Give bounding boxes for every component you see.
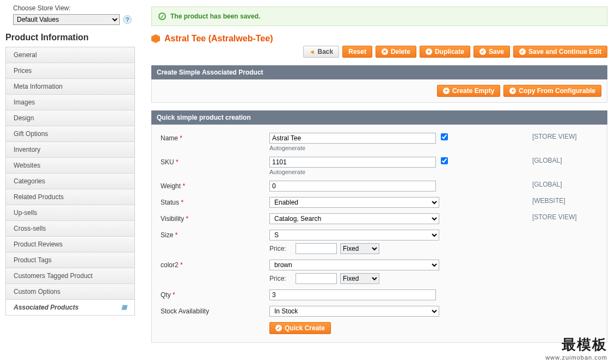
name-label: Name <box>161 134 178 142</box>
check-circle-icon: ✓ <box>519 48 526 55</box>
create-simple-panel: Create Simple Associated Product +Create… <box>151 65 607 103</box>
tab-websites[interactable]: Websites <box>6 158 134 174</box>
visibility-label: Visibility <box>161 215 184 223</box>
check-circle-icon: ✓ <box>275 325 282 331</box>
quick-create-button[interactable]: ✓Quick Create <box>269 322 331 334</box>
store-view-select[interactable]: Default Values <box>13 14 120 25</box>
tab-meta-information[interactable]: Meta Information <box>6 79 134 95</box>
name-scope: [STORE VIEW] <box>529 130 601 154</box>
duplicate-button[interactable]: +Duplicate <box>420 46 470 58</box>
weight-input[interactable] <box>269 181 436 192</box>
success-text: The product has been saved. <box>170 13 260 20</box>
name-autogen-checkbox[interactable] <box>441 133 448 140</box>
help-icon[interactable]: ? <box>123 15 132 24</box>
quick-create-title: Quick simple product creation <box>151 110 607 125</box>
visibility-select[interactable]: Catalog, Search <box>269 213 439 224</box>
stock-label: Stock Availability <box>161 307 209 315</box>
qty-label: Qty <box>161 291 171 299</box>
tab-general[interactable]: General <box>6 47 134 63</box>
create-empty-label: Create Empty <box>452 87 494 95</box>
quick-create-panel: Quick simple product creation Name * Aut… <box>151 110 607 343</box>
color2-price-input[interactable] <box>296 273 337 284</box>
status-select[interactable]: Enabled <box>269 197 439 208</box>
save-continue-button[interactable]: ✓Save and Continue Edit <box>513 46 607 58</box>
plus-icon: + <box>426 48 432 55</box>
create-simple-title: Create Simple Associated Product <box>151 65 607 79</box>
visibility-scope: [STORE VIEW] <box>529 211 601 227</box>
tab-related-products[interactable]: Related Products <box>6 189 134 205</box>
tab-custom-options[interactable]: Custom Options <box>6 284 134 300</box>
size-price-label: Price: <box>269 245 292 252</box>
tab-product-tags[interactable]: Product Tags <box>6 252 134 268</box>
size-price-type-select[interactable]: Fixed <box>340 243 379 254</box>
back-arrow-icon: ◄ <box>309 48 315 55</box>
reset-label: Reset <box>348 48 366 55</box>
quick-create-label: Quick Create <box>285 324 325 332</box>
tab-inventory[interactable]: Inventory <box>6 142 134 158</box>
tab-cross-sells[interactable]: Cross-sells <box>6 221 134 237</box>
size-select[interactable]: S <box>269 230 439 240</box>
tab-gift-options[interactable]: Gift Options <box>6 126 134 142</box>
back-label: Back <box>318 48 334 55</box>
plus-icon: + <box>443 88 450 94</box>
name-input[interactable] <box>269 133 436 144</box>
sku-label: SKU <box>161 158 174 166</box>
grid-icon: ▦ <box>121 304 127 311</box>
status-label: Status <box>161 199 179 206</box>
size-label: Size <box>161 231 173 239</box>
save-button[interactable]: ✓Save <box>473 46 510 58</box>
create-empty-button[interactable]: +Create Empty <box>437 85 500 97</box>
stock-select[interactable]: In Stock <box>269 306 439 317</box>
status-scope: [WEBSITE] <box>529 194 601 211</box>
section-title: Product Information <box>5 33 135 42</box>
qty-input[interactable] <box>269 289 436 300</box>
color2-price-label: Price: <box>269 275 292 282</box>
page-actions: ◄Back Reset ✕Delete +Duplicate ✓Save ✓Sa… <box>151 46 607 58</box>
size-price-input[interactable] <box>296 243 337 254</box>
product-tabs: General Prices Meta Information Images D… <box>5 47 135 316</box>
reset-button[interactable]: Reset <box>342 46 372 58</box>
back-button[interactable]: ◄Back <box>303 46 340 58</box>
save-label: Save <box>489 48 504 55</box>
tab-associated-products-label: Associated Products <box>14 304 78 311</box>
plus-icon: + <box>509 88 516 94</box>
tab-design[interactable]: Design <box>6 110 134 126</box>
duplicate-label: Duplicate <box>435 48 464 55</box>
delete-button[interactable]: ✕Delete <box>376 46 416 58</box>
copy-from-configurable-button[interactable]: +Copy From Configurable <box>503 85 601 97</box>
copy-from-label: Copy From Configurable <box>519 87 595 95</box>
delete-icon: ✕ <box>382 48 388 55</box>
weight-scope: [GLOBAL] <box>529 178 601 194</box>
check-icon: ✓ <box>158 13 166 20</box>
tab-up-sells[interactable]: Up-sells <box>6 205 134 221</box>
name-autogen-label: Autogenerate <box>269 145 526 151</box>
color2-select[interactable]: brown <box>269 260 439 270</box>
check-circle-icon: ✓ <box>479 48 486 55</box>
tab-images[interactable]: Images <box>6 95 134 110</box>
tab-associated-products[interactable]: Associated Products▦ <box>6 300 134 316</box>
sku-scope: [GLOBAL] <box>529 154 601 178</box>
product-icon <box>151 34 160 43</box>
tab-product-reviews[interactable]: Product Reviews <box>6 237 134 252</box>
color2-price-type-select[interactable]: Fixed <box>340 273 379 284</box>
weight-label: Weight <box>161 182 181 190</box>
delete-label: Delete <box>391 48 410 55</box>
store-view-label: Choose Store View: <box>13 4 135 12</box>
tab-customers-tagged-product[interactable]: Customers Tagged Product <box>6 268 134 284</box>
page-title: Astral Tee (Astralweb-Tee) <box>164 34 273 44</box>
sku-autogen-checkbox[interactable] <box>441 157 448 164</box>
success-message: ✓ The product has been saved. <box>151 7 607 26</box>
sku-input[interactable] <box>269 157 436 168</box>
save-continue-label: Save and Continue Edit <box>528 48 601 55</box>
color2-label: color2 <box>161 261 179 269</box>
sku-autogen-label: Autogenerate <box>269 169 526 175</box>
tab-categories[interactable]: Categories <box>6 174 134 189</box>
tab-prices[interactable]: Prices <box>6 63 134 79</box>
